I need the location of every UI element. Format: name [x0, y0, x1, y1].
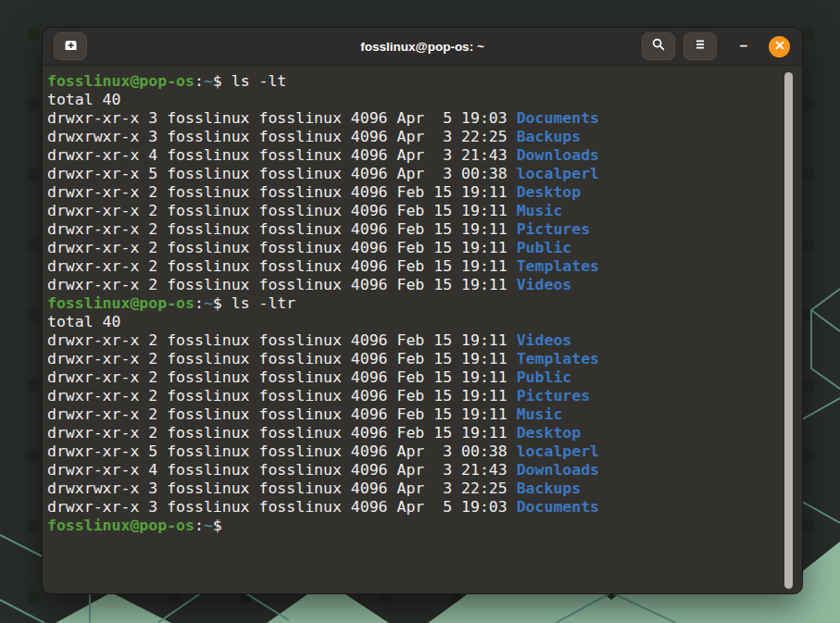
hamburger-menu-icon	[694, 38, 707, 55]
terminal-text-segment: drwxr-xr-x 5 fosslinux fosslinux 4096 Ap…	[47, 442, 517, 460]
terminal-line: drwxr-xr-x 2 fosslinux fosslinux 4096 Fe…	[47, 202, 789, 220]
terminal-text-segment: drwxr-xr-x 2 fosslinux fosslinux 4096 Fe…	[47, 405, 517, 423]
terminal-text-segment: :	[194, 517, 204, 534]
terminal-text-segment: Public	[517, 239, 572, 256]
terminal-text-segment: drwxr-xr-x 3 fosslinux fosslinux 4096 Ap…	[47, 498, 517, 516]
terminal-output[interactable]: fosslinux@pop-os:~$ ls -lttotal 40drwxr-…	[43, 65, 802, 593]
terminal-text-segment: drwxr-xr-x 2 fosslinux fosslinux 4096 Fe…	[47, 276, 517, 293]
terminal-text-segment: :	[194, 294, 204, 312]
terminal-line: drwxrwxr-x 3 fosslinux fosslinux 4096 Ap…	[47, 480, 789, 498]
terminal-text-segment: $ ls -lt	[213, 72, 286, 90]
terminal-window: fosslinux@pop-os: ~	[43, 28, 802, 593]
new-tab-button[interactable]	[54, 32, 87, 60]
terminal-line: drwxr-xr-x 2 fosslinux fosslinux 4096 Fe…	[47, 350, 789, 368]
terminal-text-segment: fosslinux@pop-os	[47, 294, 194, 312]
terminal-text-segment: Templates	[517, 257, 599, 275]
window-titlebar: fosslinux@pop-os: ~	[43, 28, 802, 66]
terminal-line: drwxr-xr-x 5 fosslinux fosslinux 4096 Ap…	[47, 442, 789, 461]
new-tab-icon	[63, 38, 79, 56]
terminal-line: drwxr-xr-x 4 fosslinux fosslinux 4096 Ap…	[47, 146, 789, 165]
terminal-text-segment: Pictures	[517, 220, 590, 238]
terminal-text-segment: Public	[517, 368, 572, 386]
terminal-text-segment: drwxr-xr-x 2 fosslinux fosslinux 4096 Fe…	[47, 368, 517, 386]
minimize-button[interactable]: –	[733, 34, 755, 58]
terminal-text-segment: drwxr-xr-x 2 fosslinux fosslinux 4096 Fe…	[47, 387, 517, 405]
terminal-text-segment: Desktop	[517, 183, 582, 201]
terminal-text-segment: drwxr-xr-x 2 fosslinux fosslinux 4096 Fe…	[47, 424, 517, 442]
terminal-text-segment: drwxrwxr-x 3 fosslinux fosslinux 4096 Ap…	[47, 480, 517, 497]
terminal-line: drwxr-xr-x 2 fosslinux fosslinux 4096 Fe…	[47, 257, 789, 276]
terminal-line: drwxr-xr-x 2 fosslinux fosslinux 4096 Fe…	[47, 183, 789, 202]
terminal-line: drwxr-xr-x 2 fosslinux fosslinux 4096 Fe…	[47, 276, 789, 294]
terminal-text-segment: drwxr-xr-x 2 fosslinux fosslinux 4096 Fe…	[47, 257, 517, 275]
terminal-line: drwxr-xr-x 2 fosslinux fosslinux 4096 Fe…	[47, 368, 789, 387]
terminal-text-segment: drwxr-xr-x 2 fosslinux fosslinux 4096 Fe…	[47, 331, 517, 349]
terminal-text-segment: drwxrwxr-x 3 fosslinux fosslinux 4096 Ap…	[47, 128, 517, 145]
minimize-icon: –	[740, 37, 747, 53]
terminal-text-segment: Music	[517, 405, 563, 423]
terminal-text-segment: Videos	[517, 276, 572, 293]
terminal-text-segment: Desktop	[517, 424, 582, 442]
titlebar-right-controls: –	[642, 32, 790, 60]
terminal-text-segment: Backups	[517, 128, 582, 145]
terminal-text-segment: total 40	[47, 91, 120, 108]
terminal-line: fosslinux@pop-os:~$	[47, 517, 789, 535]
terminal-line: fosslinux@pop-os:~$ ls -ltr	[47, 294, 789, 313]
terminal-text-segment: drwxr-xr-x 2 fosslinux fosslinux 4096 Fe…	[47, 350, 517, 368]
terminal-line: drwxr-xr-x 2 fosslinux fosslinux 4096 Fe…	[47, 239, 789, 257]
search-icon	[651, 37, 666, 56]
terminal-text-segment: $ ls -ltr	[213, 294, 295, 312]
terminal-text-segment: $	[213, 517, 222, 534]
terminal-text-segment: drwxr-xr-x 3 fosslinux fosslinux 4096 Ap…	[47, 109, 517, 127]
terminal-text-segment: localperl	[517, 165, 599, 182]
terminal-line: drwxr-xr-x 3 fosslinux fosslinux 4096 Ap…	[47, 109, 789, 128]
terminal-text-segment: Downloads	[517, 461, 599, 479]
search-button[interactable]	[642, 32, 675, 60]
terminal-text-segment: Videos	[517, 331, 572, 349]
terminal-line: drwxr-xr-x 4 fosslinux fosslinux 4096 Ap…	[47, 461, 789, 480]
terminal-text-segment: Documents	[517, 109, 599, 127]
terminal-text-segment: fosslinux@pop-os	[47, 72, 194, 90]
terminal-text-segment: drwxr-xr-x 2 fosslinux fosslinux 4096 Fe…	[47, 220, 517, 238]
terminal-text-segment: total 40	[47, 313, 120, 330]
terminal-text-segment: Templates	[517, 350, 599, 368]
terminal-text-segment: Downloads	[517, 146, 599, 164]
terminal-line: drwxr-xr-x 5 fosslinux fosslinux 4096 Ap…	[47, 165, 789, 183]
terminal-line: drwxr-xr-x 3 fosslinux fosslinux 4096 Ap…	[47, 498, 789, 517]
terminal-text-segment: ~	[204, 517, 213, 534]
terminal-text-segment: Pictures	[517, 387, 590, 405]
terminal-text-segment: Backups	[517, 480, 582, 497]
terminal-line: fosslinux@pop-os:~$ ls -lt	[47, 72, 789, 91]
scrollbar-thumb[interactable]	[784, 72, 793, 589]
terminal-line: drwxr-xr-x 2 fosslinux fosslinux 4096 Fe…	[47, 387, 789, 405]
terminal-line: drwxr-xr-x 2 fosslinux fosslinux 4096 Fe…	[47, 424, 789, 442]
terminal-line: drwxr-xr-x 2 fosslinux fosslinux 4096 Fe…	[47, 220, 789, 239]
terminal-line: total 40	[47, 91, 789, 109]
close-button[interactable]	[769, 36, 790, 57]
terminal-line: total 40	[47, 313, 789, 331]
terminal-text-segment: drwxr-xr-x 2 fosslinux fosslinux 4096 Fe…	[47, 202, 517, 219]
terminal-text-segment: drwxr-xr-x 5 fosslinux fosslinux 4096 Ap…	[47, 165, 517, 182]
close-icon	[774, 38, 785, 55]
terminal-text-segment: localperl	[517, 442, 599, 460]
terminal-text-segment: drwxr-xr-x 4 fosslinux fosslinux 4096 Ap…	[47, 461, 517, 479]
menu-button[interactable]	[683, 32, 717, 60]
terminal-text-segment: Music	[517, 202, 563, 219]
terminal-text-segment: drwxr-xr-x 2 fosslinux fosslinux 4096 Fe…	[47, 239, 517, 256]
terminal-text-segment: :	[194, 72, 204, 90]
terminal-text-segment: drwxr-xr-x 4 fosslinux fosslinux 4096 Ap…	[47, 146, 517, 164]
terminal-text-segment: fosslinux@pop-os	[47, 517, 194, 534]
terminal-text-segment: drwxr-xr-x 2 fosslinux fosslinux 4096 Fe…	[47, 183, 517, 201]
terminal-text-segment: ~	[204, 294, 213, 312]
terminal-line: drwxr-xr-x 2 fosslinux fosslinux 4096 Fe…	[47, 405, 789, 424]
terminal-text-segment: Documents	[517, 498, 599, 516]
terminal-text-segment: ~	[204, 72, 213, 90]
terminal-line: drwxrwxr-x 3 fosslinux fosslinux 4096 Ap…	[47, 128, 789, 146]
terminal-line: drwxr-xr-x 2 fosslinux fosslinux 4096 Fe…	[47, 331, 789, 350]
